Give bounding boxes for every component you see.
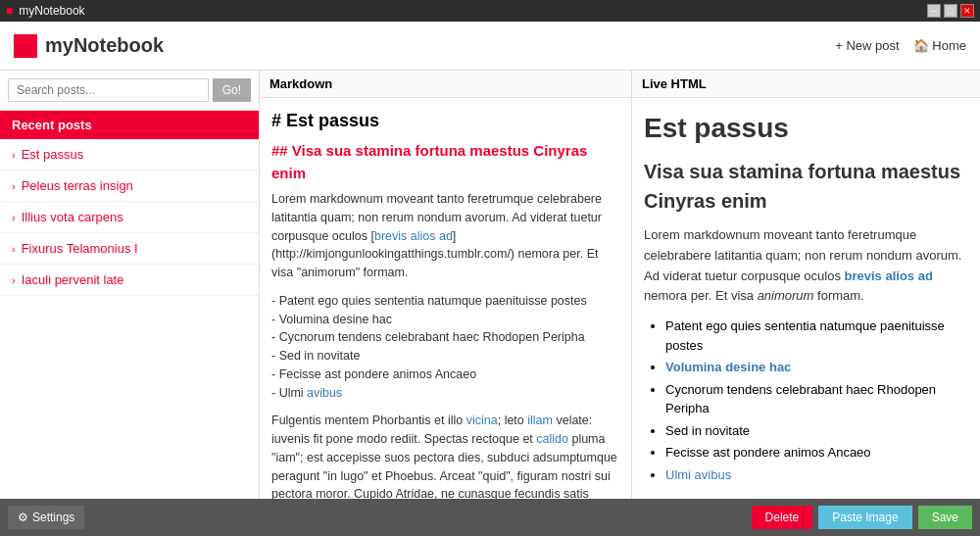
paste-image-button[interactable]: Paste Image (818, 506, 911, 529)
sidebar-item[interactable]: › Fixurus Telamonius I (0, 233, 259, 265)
sidebar-item[interactable]: › Iaculi pervenit late (0, 265, 259, 296)
logo: myNotebook (14, 34, 164, 58)
search-input[interactable] (8, 78, 209, 102)
markdown-h2-1: ## Visa sua stamina fortuna maestus Ciny… (271, 140, 619, 184)
markdown-content[interactable]: # Est passus ## Visa sua stamina fortuna… (260, 98, 631, 499)
live-h1: Est passus (644, 108, 968, 149)
sidebar-item-label: Est passus (22, 147, 84, 162)
home-link[interactable]: 🏠 Home (913, 38, 966, 53)
markdown-h1: # Est passus (271, 108, 619, 134)
sidebar-item-label: Illius vota carpens (22, 210, 123, 224)
recent-posts-header: Recent posts (0, 111, 259, 139)
new-post-link[interactable]: + New post (835, 38, 899, 53)
live-html-content[interactable]: Est passus Visa sua stamina fortuna maes… (632, 98, 980, 499)
close-button[interactable]: ✕ (960, 4, 974, 18)
list-item: Fecisse ast pondere animos Ancaeo (665, 443, 968, 463)
app-icon: ■ (6, 4, 13, 18)
titlebar-left: ■ myNotebook (6, 4, 85, 18)
sidebar-item[interactable]: › Est passus (0, 139, 259, 171)
chevron-right-icon: › (12, 243, 16, 255)
logo-icon (14, 34, 37, 58)
app-title: myNotebook (19, 4, 84, 18)
chevron-right-icon: › (12, 212, 16, 223)
maximize-button[interactable]: □ (944, 4, 957, 18)
titlebar-controls: ─ □ ✕ (927, 4, 974, 18)
live-h2-1: Visa sua stamina fortuna maestus Cinyras… (644, 157, 968, 216)
topnav-links: + New post 🏠 Home (835, 38, 966, 53)
search-bar: Go! (0, 71, 259, 111)
bottom-right: Delete Paste Image Save (752, 506, 972, 529)
sidebar-items: › Est passus › Peleus terras insign › Il… (0, 139, 259, 499)
sidebar: Go! Recent posts › Est passus › Peleus t… (0, 71, 260, 499)
list-item: Cycnorum tendens celebrabant haec Rhodop… (665, 380, 968, 418)
markdown-panel-header: Markdown (260, 71, 631, 98)
markdown-p2: Fulgentis mentem Phorbantis et illo vici… (271, 412, 619, 499)
live-list1: Patent ego quies sententia natumque paen… (644, 317, 968, 484)
right-panel: Live HTML Est passus Visa sua stamina fo… (632, 71, 980, 499)
sidebar-item-label: Fixurus Telamonius I (22, 241, 138, 256)
live-html-panel-header: Live HTML (632, 71, 980, 98)
settings-button[interactable]: ⚙ Settings (8, 506, 84, 529)
topnav: myNotebook + New post 🏠 Home (0, 22, 980, 71)
search-button[interactable]: Go! (213, 78, 251, 102)
titlebar: ■ myNotebook ─ □ ✕ (0, 0, 980, 22)
home-icon: 🏠 (913, 38, 933, 53)
delete-button[interactable]: Delete (752, 506, 813, 529)
list-item: Sed in novitate (665, 421, 968, 441)
list-item: Patent ego quies sententia natumque paen… (665, 317, 968, 355)
save-button[interactable]: Save (918, 506, 972, 529)
minimize-button[interactable]: ─ (927, 4, 941, 18)
sidebar-item[interactable]: › Peleus terras insign (0, 171, 259, 202)
list-item: Ulmi avibus (665, 465, 968, 485)
bottom-bar: ⚙ Settings Delete Paste Image Save (0, 499, 980, 536)
bottom-left: ⚙ Settings (8, 506, 84, 529)
gear-icon: ⚙ (18, 511, 28, 524)
middle-panel: Markdown # Est passus ## Visa sua stamin… (260, 71, 632, 499)
list-item: Volumina desine hac (665, 358, 968, 377)
main-layout: Go! Recent posts › Est passus › Peleus t… (0, 71, 980, 499)
logo-text: myNotebook (45, 34, 164, 57)
sidebar-item-label: Iaculi pervenit late (22, 272, 124, 287)
chevron-right-icon: › (12, 180, 16, 192)
sidebar-item-label: Peleus terras insign (22, 178, 133, 193)
chevron-right-icon: › (12, 274, 16, 286)
live-p1: Lorem markdownum moveant tanto feretrumq… (644, 225, 968, 307)
sidebar-item[interactable]: › Illius vota carpens (0, 202, 259, 233)
chevron-right-icon: › (12, 149, 16, 161)
markdown-p1: Lorem markdownum moveant tanto feretrumq… (271, 190, 619, 282)
live-p2: Fulgentis mentem Phorbantis et illo vici… (644, 494, 968, 499)
markdown-list1: - Patent ego quies sententia natumque pa… (271, 292, 619, 403)
